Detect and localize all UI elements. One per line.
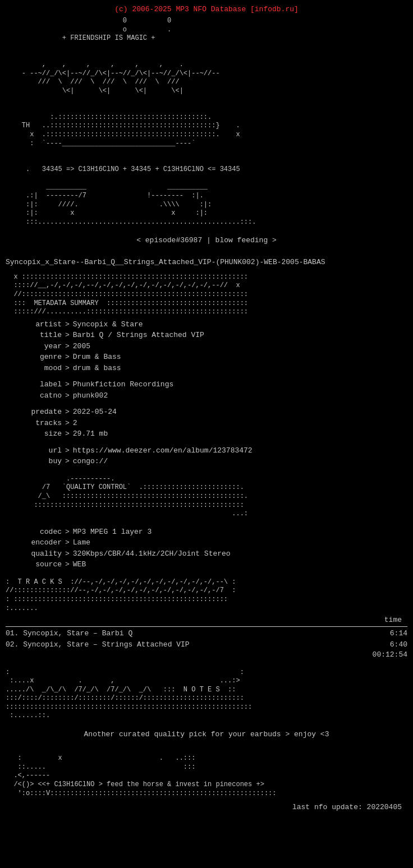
metadata-row-artist: artist > Syncopix & Stare [6,319,407,330]
track-1-label: 01. Syncopix, Stare – Barbi Q [6,628,132,639]
predate-value: 2022-05-24 [73,407,117,418]
catno-key: catno [6,390,62,401]
bottom-ascii-art: : x . ..::: ::..... ::: .<,------ /<()> … [6,754,407,798]
artist-value: Syncopix & Stare [73,319,143,330]
metadata-row-mood: mood > drum & bass [6,363,407,374]
metadata-row-catno: catno > phunk002 [6,390,407,401]
encoder-value: Lame [73,537,90,548]
track-header: time [6,615,407,625]
size-key: size [6,428,62,440]
table-row: 02. Syncopix, Stare – Strings Attached V… [6,639,407,650]
metadata-row-title: title > Barbi Q / Strings Attached VIP [6,330,407,341]
metadata-row-predate: predate > 2022-05-24 [6,407,407,418]
metadata-row-year: year > 2005 [6,341,407,352]
codec-value: MP3 MPEG 1 layer 3 [73,527,152,538]
quality-row-quality: quality > 320Kbps/CBR/44.1kHz/2CH/Joint … [6,548,407,560]
copyright-header: (c) 2006-2025 MP3 NFO Database [infodb.r… [6,4,407,15]
url-value: https://www.deezer.com/en/album/12378347… [73,445,253,456]
metadata-row-buy: buy > congo:// [6,456,407,467]
predate-key: predate [6,407,62,418]
notes-text: Another curated quality pick for your ea… [6,726,407,743]
notes-border: : : :....x . , ...:> ...../\ _/\_/\ /7/_… [6,668,407,721]
artist-key: artist [6,319,62,330]
episode-line: < episode#36987 | blow feeding > [6,236,407,246]
tracks-block: time 01. Syncopix, Stare – Barbi Q 6:14 … [6,613,407,662]
quality-row-source: source > WEB [6,559,407,570]
table-row: 01. Syncopix, Stare – Barbi Q 6:14 [6,628,407,639]
quality-row-codec: codec > MP3 MPEG 1 layer 3 [6,527,407,538]
quality-value: 320Kbps/CBR/44.1kHz/2CH/Joint Stereo [73,548,231,560]
source-key: source [6,559,62,570]
track-1-time: 6:14 [374,628,407,639]
title-key: title [6,330,62,341]
top-ascii-art: 0 0 o . + FRIENDSHIP IS MAGIC + , , , , … [6,17,407,227]
track-2-time: 6:40 [374,639,407,650]
label-value: Phunkfiction Recordings [73,379,173,390]
genre-value: Drum & Bass [73,352,121,363]
title-value: Barbi Q / Strings Attached VIP [73,330,204,341]
tracks-key: tracks [6,418,62,429]
metadata-row-tracks: tracks > 2 [6,418,407,429]
metadata-row-url: url > https://www.deezer.com/en/album/12… [6,445,407,456]
tracks-value: 2 [73,418,77,429]
label-key: label [6,379,62,390]
tracks-border-top: : T R A C K S ://--,-/,-/,-/,-/,-/,-/,-/… [6,578,407,613]
buy-value: congo:// [73,456,108,467]
quality-row-encoder: encoder > Lame [6,537,407,548]
buy-key: buy [6,456,62,467]
track-2-label: 02. Syncopix, Stare – Strings Attached V… [6,639,190,650]
url-key: url [6,445,62,456]
year-value: 2005 [73,341,90,352]
catno-value: phunk002 [73,390,108,401]
total-time: 00:12:54 [6,650,407,660]
metadata-row-label: label > Phunkfiction Recordings [6,379,407,390]
metadata-border-top: x ::::::::::::::::::::::::::::::::::::::… [6,273,407,317]
last-update: last nfo update: 20220405 [6,802,407,812]
release-name: Syncopix_x_Stare--Barbi_Q__Strings_Attac… [6,257,407,267]
metadata-block: artist > Syncopix & Stare title > Barbi … [6,317,407,469]
year-key: year [6,341,62,352]
source-value: WEB [73,559,86,570]
genre-key: genre [6,352,62,363]
codec-key: codec [6,527,62,538]
mood-value: drum & bass [73,363,121,374]
track-divider [6,626,407,627]
quality-border-top: .----------. /7 `QUALITY CONTROL` .:::::… [6,475,407,519]
page-container: (c) 2006-2025 MP3 NFO Database [infodb.r… [0,4,413,812]
metadata-row-genre: genre > Drum & Bass [6,352,407,363]
quality-key: quality [6,548,62,560]
metadata-row-size: size > 29.71 mb [6,428,407,440]
encoder-key: encoder [6,537,62,548]
time-header-label: time [384,615,402,625]
mood-key: mood [6,363,62,374]
quality-block: codec > MP3 MPEG 1 layer 3 encoder > Lam… [6,524,407,572]
size-value: 29.71 mb [73,428,108,440]
